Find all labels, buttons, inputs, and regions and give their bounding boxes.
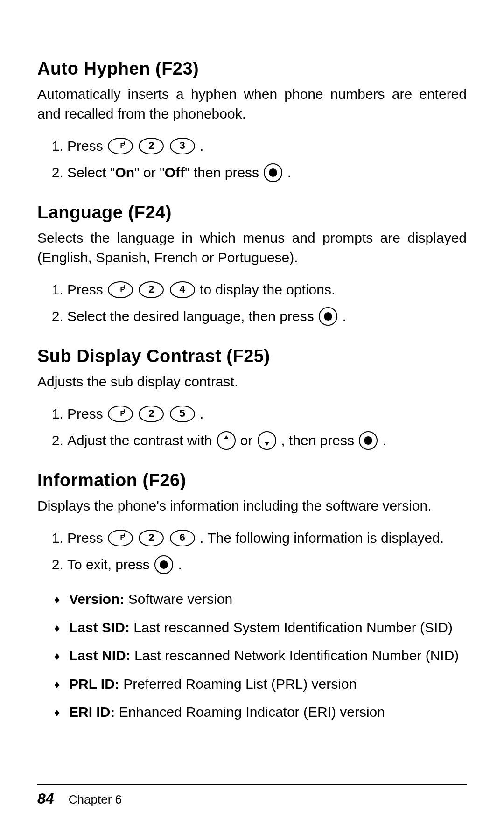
- step-text: Press: [67, 138, 107, 154]
- key-down-icon: [258, 431, 276, 450]
- step-text: , then press: [281, 433, 358, 448]
- section-desc: Displays the phone's information includi…: [37, 496, 467, 516]
- key-ok-icon: [154, 555, 173, 574]
- key-ok-icon: [359, 431, 378, 450]
- step-text: Press: [67, 282, 107, 297]
- info-item: Last SID: Last rescanned System Identifi…: [54, 614, 467, 642]
- step-item: Adjust the contrast with or , then press…: [67, 427, 467, 454]
- info-text: Enhanced Roaming Indicator (ERI) version: [115, 704, 385, 720]
- info-text: Preferred Roaming List (PRL) version: [119, 676, 357, 692]
- key-f-icon: [108, 530, 133, 546]
- step-text: .: [178, 557, 182, 572]
- step-text: .: [200, 138, 203, 154]
- section-heading: Auto Hyphen (F23): [37, 59, 467, 79]
- key-2-icon: 2: [139, 530, 164, 546]
- info-text: Software version: [124, 591, 232, 607]
- info-item: ERI ID: Enhanced Roaming Indicator (ERI)…: [54, 698, 467, 727]
- key-2-icon: 2: [139, 406, 164, 422]
- section-heading: Information (F26): [37, 470, 467, 490]
- key-2-icon: 2: [139, 281, 164, 298]
- section-heading: Sub Display Contrast (F25): [37, 346, 467, 366]
- page-number: 84: [37, 790, 54, 807]
- key-f-icon: [108, 138, 133, 154]
- info-label: Last SID:: [69, 620, 130, 635]
- step-list: Press 2 3 . Select "On" or "Off" then pr…: [37, 133, 467, 186]
- step-list: Press 2 5 . Adjust the contrast with or …: [37, 401, 467, 454]
- section-desc: Automatically inserts a hyphen when phon…: [37, 84, 467, 124]
- key-4-icon: 4: [170, 281, 195, 298]
- step-text: To exit, press: [67, 557, 154, 572]
- info-item: Last NID: Last rescanned Network Identif…: [54, 642, 467, 670]
- key-2-icon: 2: [139, 138, 164, 154]
- step-item: Select "On" or "Off" then press .: [67, 160, 467, 186]
- step-text: .: [200, 406, 203, 421]
- manual-page: Auto Hyphen (F23) Automatically inserts …: [0, 0, 504, 840]
- info-label: Version:: [69, 591, 124, 607]
- step-item: Press 2 3 .: [67, 133, 467, 160]
- step-text: to display the options.: [200, 282, 335, 297]
- key-ok-icon: [319, 307, 337, 326]
- key-f-icon: [108, 281, 133, 298]
- key-f-icon: [108, 406, 133, 422]
- chapter-label: Chapter 6: [69, 792, 122, 806]
- key-ok-icon: [264, 163, 282, 182]
- key-6-icon: 6: [170, 530, 195, 546]
- info-text: Last rescanned System Identification Num…: [130, 620, 453, 635]
- key-3-icon: 3: [170, 138, 195, 154]
- section-desc: Selects the language in which menus and …: [37, 228, 467, 267]
- step-text: .: [287, 165, 291, 180]
- step-text: Press: [67, 530, 107, 546]
- info-text: Last rescanned Network Identification Nu…: [131, 648, 459, 663]
- step-text: or: [240, 433, 257, 448]
- step-item: Press 2 5 .: [67, 401, 467, 427]
- step-text: Adjust the contrast with: [67, 433, 216, 448]
- info-label: Last NID:: [69, 648, 131, 663]
- page-footer: 84 Chapter 6: [37, 784, 467, 807]
- step-item: To exit, press .: [67, 552, 467, 578]
- step-item: Press 2 6 . The following information is…: [67, 525, 467, 552]
- step-text: " then press: [185, 165, 263, 180]
- section-desc: Adjusts the sub display contrast.: [37, 372, 467, 392]
- step-list: Press 2 4 to display the options. Select…: [37, 277, 467, 329]
- bold-text: On: [115, 165, 134, 180]
- section-heading: Language (F24): [37, 203, 467, 223]
- key-5-icon: 5: [170, 406, 195, 422]
- step-item: Press 2 4 to display the options.: [67, 277, 467, 303]
- step-text: Press: [67, 406, 107, 421]
- info-item: Version: Software version: [54, 585, 467, 614]
- key-up-icon: [217, 431, 236, 450]
- step-text: " or ": [134, 165, 165, 180]
- step-text: Select ": [67, 165, 115, 180]
- step-list: Press 2 6 . The following information is…: [37, 525, 467, 578]
- info-list: Version: Software version Last SID: Last…: [37, 585, 467, 727]
- info-label: PRL ID:: [69, 676, 119, 692]
- info-label: ERI ID:: [69, 704, 115, 720]
- step-text: Select the desired language, then press: [67, 308, 318, 324]
- info-item: PRL ID: Preferred Roaming List (PRL) ver…: [54, 670, 467, 699]
- step-text: .: [342, 308, 346, 324]
- step-text: . The following information is displayed…: [200, 530, 444, 546]
- bold-text: Off: [165, 165, 185, 180]
- step-text: .: [383, 433, 386, 448]
- step-item: Select the desired language, then press …: [67, 303, 467, 330]
